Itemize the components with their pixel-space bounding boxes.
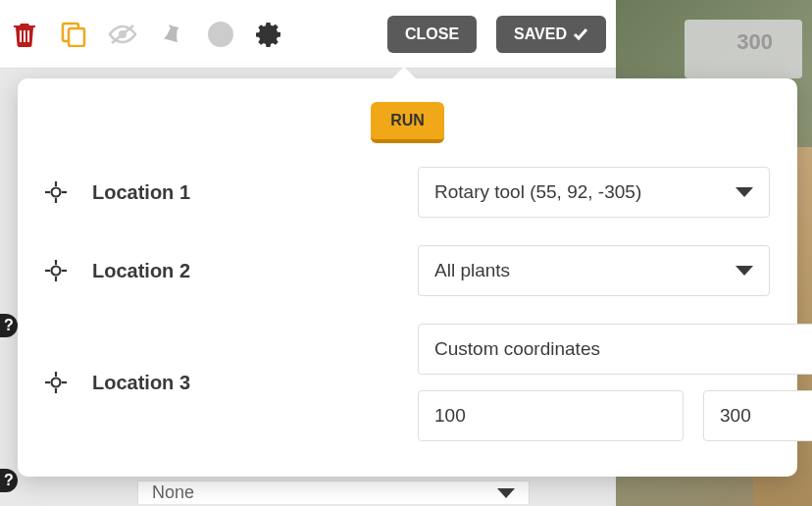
- check-icon: [573, 27, 588, 41]
- close-button-label: CLOSE: [405, 25, 459, 43]
- location-row-3: Location 3 Custom coordinates: [45, 324, 770, 441]
- location-2-select[interactable]: All plants: [418, 245, 770, 296]
- background-select-label: None: [152, 482, 194, 503]
- location-3-value: Custom coordinates: [434, 338, 600, 360]
- location-1-value: Rotary tool (55, 92, -305): [434, 181, 641, 203]
- help-badge[interactable]: ?: [0, 314, 18, 337]
- crosshair-icon: [45, 260, 67, 281]
- location-1-label: Location 1: [92, 181, 190, 204]
- location-2-label: Location 2: [92, 260, 190, 282]
- gear-icon[interactable]: [255, 20, 284, 49]
- run-button[interactable]: RUN: [371, 102, 444, 143]
- svg-point-17: [52, 379, 61, 387]
- custom-coordinates-row: [418, 390, 812, 441]
- pin-icon[interactable]: [157, 20, 186, 49]
- chevron-down-icon: [497, 488, 515, 498]
- location-row-2: Location 2 All plants: [45, 245, 770, 296]
- svg-rect-4: [69, 28, 84, 46]
- chevron-down-icon: [736, 187, 753, 197]
- settings-panel: RUN Location 1 Rotary tool (55, 92, -305…: [18, 78, 797, 477]
- location-row-1: Location 1 Rotary tool (55, 92, -305): [45, 167, 770, 218]
- run-button-label: RUN: [390, 112, 425, 128]
- location-1-select[interactable]: Rotary tool (55, 92, -305): [418, 167, 770, 218]
- toolbar: CLOSE SAVED: [0, 0, 616, 69]
- color-dot-icon[interactable]: [206, 20, 235, 49]
- svg-point-7: [52, 188, 61, 197]
- svg-rect-0: [20, 30, 22, 42]
- coord-x-input[interactable]: [418, 390, 684, 441]
- location-2-value: All plants: [434, 260, 510, 281]
- visibility-icon[interactable]: [108, 20, 137, 49]
- chevron-down-icon: [736, 266, 753, 276]
- copy-icon[interactable]: [59, 20, 88, 49]
- crosshair-icon: [45, 181, 67, 203]
- saved-button-label: SAVED: [514, 25, 567, 43]
- location-3-select[interactable]: Custom coordinates: [418, 324, 812, 375]
- close-button[interactable]: CLOSE: [387, 16, 477, 53]
- crosshair-icon: [45, 372, 67, 393]
- coord-y-input[interactable]: [703, 390, 812, 441]
- svg-point-12: [52, 267, 61, 276]
- trash-icon[interactable]: [10, 20, 39, 49]
- saved-button[interactable]: SAVED: [496, 16, 606, 53]
- location-3-label: Location 3: [92, 372, 190, 394]
- svg-rect-2: [27, 30, 29, 42]
- map-grid-number: 300: [736, 29, 773, 55]
- help-badge[interactable]: ?: [0, 469, 18, 492]
- background-select[interactable]: None: [137, 481, 530, 504]
- svg-rect-1: [24, 30, 25, 42]
